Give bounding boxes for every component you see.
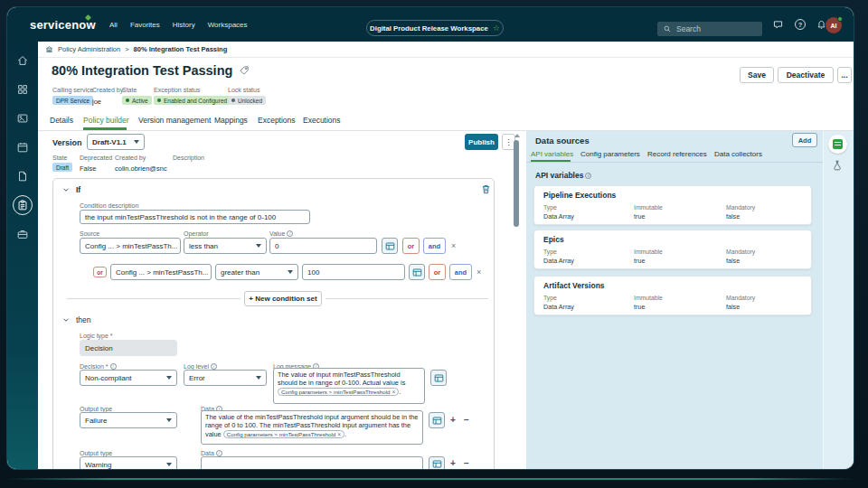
sidebar-item-calendar[interactable] (16, 141, 29, 154)
condition2-value-input[interactable]: 100 (302, 264, 405, 280)
tag-icon[interactable] (239, 65, 250, 76)
data-table-icon (432, 416, 442, 426)
condition1-datapill-button[interactable] (382, 238, 398, 254)
nav-item-favorites[interactable]: Favorites (130, 21, 160, 29)
new-condition-set-button[interactable]: + New condition set (244, 291, 322, 306)
output1-datapill[interactable]: Config parameters > minTestPassThreshold… (223, 430, 344, 438)
condition1-source-select[interactable]: Config ... > minTestPassTh... (80, 238, 181, 254)
tab-details[interactable]: Details (50, 116, 73, 125)
log-message-datapill[interactable]: Config parameters > minTestPassThreshold… (278, 388, 399, 396)
card-title: Pipeline Executions (543, 191, 616, 200)
add-data-source-button[interactable]: Add (792, 133, 817, 147)
condition2-operator-select[interactable]: greater than (215, 264, 298, 280)
type-label: Type (543, 295, 557, 301)
version-created-by-label: Created by (115, 155, 146, 161)
output2-data-input[interactable] (201, 456, 423, 469)
condition2-or-button[interactable]: or (429, 264, 446, 280)
tab-exceptions[interactable]: Exceptions (258, 116, 296, 125)
sidebar-item-policy-admin[interactable] (16, 199, 29, 211)
condition2-and-button[interactable]: and (449, 264, 472, 280)
scrollbar-up-arrow[interactable] (514, 134, 520, 137)
version-state-label: State (52, 155, 67, 161)
condition2-remove-icon[interactable]: × (476, 267, 481, 277)
presence-dot (837, 16, 843, 22)
servicenow-logo[interactable]: servicenow (30, 7, 96, 42)
scrollbar-thumb[interactable] (514, 140, 519, 227)
tab-policy-builder[interactable]: Policy builder (83, 116, 129, 125)
if-collapse-icon[interactable] (61, 185, 71, 194)
tab-mappings[interactable]: Mappings (214, 116, 248, 125)
output1-add-button[interactable]: + (450, 415, 456, 425)
tab-executions[interactable]: Executions (303, 116, 341, 125)
nav-item-workspaces[interactable]: Workspaces (208, 21, 248, 29)
condition1-and-button[interactable]: and (423, 238, 446, 254)
save-button[interactable]: Save (740, 67, 774, 83)
output1-remove-button[interactable]: − (464, 415, 469, 425)
test-flask-icon[interactable] (831, 159, 844, 172)
log-level-select[interactable]: Error (184, 370, 267, 386)
breadcrumb-parent[interactable]: Policy Administration (58, 45, 120, 53)
calling-service-badge[interactable]: DPR Service (52, 96, 93, 105)
mandatory-label: Mandatory (726, 204, 755, 211)
output2-type-label: Output type (80, 450, 112, 456)
sidebar-item-workspace[interactable] (16, 228, 29, 240)
favorite-star-icon[interactable]: ☆ (493, 23, 500, 33)
output1-type-select[interactable]: Failure (80, 412, 177, 428)
mandatory-value: false (726, 257, 740, 265)
sidebar-item-apps[interactable] (16, 83, 29, 96)
avatar[interactable]: AI (826, 17, 842, 33)
condition2-source-select[interactable]: Config ... > minTestPassTh... (110, 264, 212, 280)
output2-datapill-button[interactable] (429, 456, 445, 469)
panel-tab-border (526, 162, 823, 163)
page-title: 80% Integration Test Passing (52, 63, 232, 78)
condition1-remove-icon[interactable]: × (451, 241, 456, 250)
info-icon[interactable] (110, 363, 117, 370)
data-sources-strip-button[interactable] (828, 135, 847, 154)
condition-description-input[interactable]: the input minTestPassThreshold is not in… (80, 210, 310, 224)
type-value: Data Array (543, 212, 574, 221)
pill-remove-icon[interactable]: × (337, 430, 341, 438)
decision-select[interactable]: Non-compliant (80, 370, 177, 386)
more-actions-button[interactable]: ... (837, 67, 852, 83)
nav-item-history[interactable]: History (173, 21, 195, 29)
info-icon[interactable] (211, 363, 217, 370)
output1-datapill-button[interactable] (429, 412, 445, 428)
tab-api-variables[interactable]: API variables (531, 150, 573, 158)
log-message-textarea[interactable]: The value of input minTestPassThreshold … (273, 368, 425, 404)
info-icon[interactable] (216, 450, 222, 456)
pill-remove-icon[interactable]: × (392, 388, 396, 396)
tab-data-collectors[interactable]: Data collectors (714, 150, 762, 158)
workspace-pill[interactable]: Digital Product Release Workspace ☆ (366, 20, 504, 36)
output2-remove-button[interactable]: − (464, 458, 469, 468)
immutable-value: true (634, 212, 645, 221)
output2-add-button[interactable]: + (450, 458, 456, 468)
version-select[interactable]: Draft-V1.1 (87, 134, 145, 150)
condition1-operator-select[interactable]: less than (184, 238, 267, 254)
deactivate-button[interactable]: Deactivate (778, 67, 834, 83)
condition2-datapill-button[interactable] (409, 264, 425, 280)
tab-config-parameters[interactable]: Config parameters (580, 150, 640, 158)
search-input[interactable]: Search (657, 22, 762, 36)
condition1-or-button[interactable]: or (402, 238, 420, 254)
trash-icon[interactable] (480, 183, 492, 195)
mandatory-label: Mandatory (726, 295, 755, 301)
output2-type-select[interactable]: Warning (80, 456, 177, 469)
chat-icon[interactable] (772, 19, 784, 31)
sidebar-item-documents[interactable] (16, 170, 29, 183)
publish-button[interactable]: Publish (465, 134, 498, 150)
condition1-value-input[interactable]: 0 (269, 238, 377, 254)
info-icon[interactable] (287, 230, 293, 237)
output1-data-textarea[interactable]: The value of the minTestPassThreshold in… (201, 410, 423, 445)
then-collapse-icon[interactable] (61, 315, 71, 324)
sidebar-item-media[interactable] (16, 112, 29, 125)
policy-admin-icon (45, 45, 53, 53)
sidebar-item-home[interactable] (16, 54, 29, 67)
log-message-datapill-button[interactable] (430, 370, 447, 386)
nav-item-all[interactable]: All (109, 21, 118, 29)
help-icon[interactable] (795, 19, 806, 30)
card-title: Epics (543, 235, 564, 244)
left-sidebar (7, 42, 38, 469)
tab-version-management[interactable]: Version management (138, 116, 211, 125)
info-icon[interactable] (585, 173, 591, 179)
tab-record-references[interactable]: Record references (647, 150, 707, 158)
